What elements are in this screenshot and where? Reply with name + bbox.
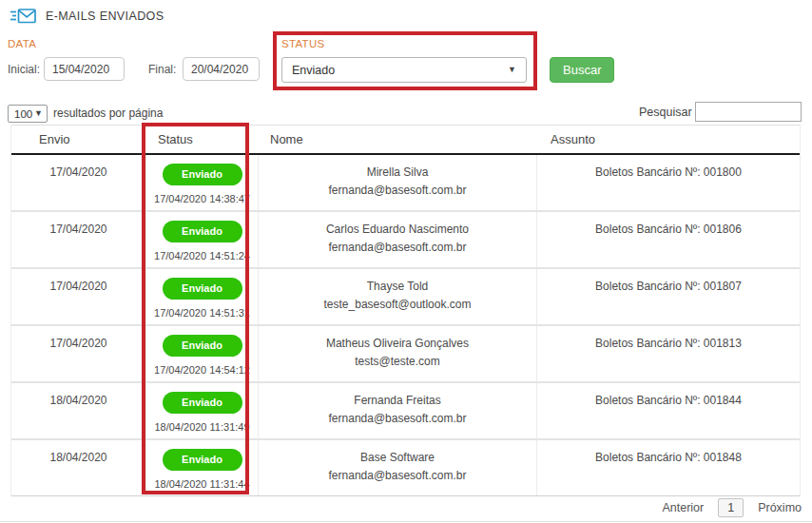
page-header: E-MAILS ENVIADOS [10, 8, 164, 25]
status-timestamp: 18/04/2020 11:31:49 [146, 421, 258, 433]
status-timestamp: 17/04/2020 14:51:24 [146, 250, 258, 262]
chevron-down-icon: ▼ [508, 66, 516, 74]
nome-text: Fernanda Freitas [259, 392, 536, 410]
assunto-cell: Boletos Bancário Nº: 001800 [537, 155, 800, 210]
nome-cell: Fernanda Freitas fernanda@basesoft.com.b… [259, 383, 537, 438]
status-badge: Enviado [163, 335, 242, 357]
chevron-down-icon: ▼ [34, 109, 43, 118]
envio-cell: 18/04/2020 [11, 440, 146, 495]
status-cell: Enviado 18/04/2020 11:31:49 [146, 383, 259, 438]
status-section-label: STATUS [281, 38, 324, 49]
final-label: Final: [148, 63, 176, 76]
column-header-envio: Envio [11, 132, 146, 146]
envio-cell: 17/04/2020 [11, 269, 146, 324]
page-bottom-divider [0, 521, 812, 522]
data-section-label: DATA [8, 38, 36, 49]
email-text: fernanda@basesoft.com.br [259, 239, 536, 257]
status-badge: Enviado [163, 392, 242, 414]
sent-mail-icon [10, 8, 37, 25]
email-text: fernanda@basesoft.com.br [259, 467, 536, 485]
emails-enviados-page: E-MAILS ENVIADOS DATA Inicial: Final: ST… [0, 0, 812, 523]
final-date-input[interactable] [183, 57, 260, 81]
table-row[interactable]: 17/04/2020 Enviado 17/04/2020 14:38:47 M… [11, 155, 800, 212]
nome-text: Base Software [259, 449, 536, 467]
status-cell: Enviado 17/04/2020 14:51:24 [146, 212, 259, 267]
assunto-cell: Boletos Bancário Nº: 001844 [537, 383, 800, 438]
status-badge: Enviado [163, 278, 242, 300]
table-row[interactable]: 17/04/2020 Enviado 17/04/2020 14:51:24 C… [11, 212, 800, 269]
results-per-page-value: 100 [14, 108, 32, 120]
nome-text: Mirella Silva [259, 164, 536, 182]
envio-cell: 17/04/2020 [11, 212, 146, 267]
inicial-label: Inicial: [8, 63, 40, 76]
status-badge: Enviado [163, 164, 242, 185]
email-text: teste_basesoft@outlook.com [259, 296, 536, 314]
envio-cell: 17/04/2020 [11, 155, 146, 210]
assunto-cell: Boletos Bancário Nº: 001813 [537, 326, 800, 381]
inicial-date-input[interactable] [44, 57, 125, 81]
results-per-page-select[interactable]: 100 ▼ [8, 105, 48, 123]
buscar-button[interactable]: Buscar [550, 57, 614, 83]
status-badge: Enviado [163, 221, 242, 242]
table-row[interactable]: 17/04/2020 Enviado 17/04/2020 14:51:31 T… [11, 269, 800, 326]
email-text: fernanda@basesoft.com.br [259, 410, 536, 428]
page-number-button[interactable]: 1 [718, 498, 744, 517]
status-timestamp: 17/04/2020 14:38:47 [146, 193, 258, 204]
emails-table: Envio Status Nome Assunto 17/04/2020 Env… [10, 125, 801, 496]
status-timestamp: 17/04/2020 14:51:31 [146, 307, 258, 319]
status-timestamp: 17/04/2020 14:54:12 [146, 364, 258, 376]
table-row[interactable]: 18/04/2020 Enviado 18/04/2020 11:31:44 B… [11, 440, 800, 496]
status-timestamp: 18/04/2020 11:31:44 [146, 478, 258, 490]
nome-text: Thayse Told [259, 278, 536, 296]
status-cell: Enviado 17/04/2020 14:51:31 [146, 269, 259, 324]
pagination: Anterior 1 Próximo [662, 498, 802, 517]
results-per-page-label: resultados por página [53, 107, 163, 120]
page-title: E-MAILS ENVIADOS [46, 10, 164, 23]
column-header-status: Status [146, 132, 259, 146]
nome-text: Carlos Eduardo Nascimento [259, 221, 536, 239]
anterior-button[interactable]: Anterior [662, 501, 704, 514]
assunto-cell: Boletos Bancário Nº: 001806 [537, 212, 800, 267]
nome-cell: Mirella Silva fernanda@basesoft.com.br [259, 155, 537, 210]
email-text: fernanda@basesoft.com.br [259, 182, 536, 200]
search-input[interactable] [695, 102, 802, 122]
table-row[interactable]: 17/04/2020 Enviado 17/04/2020 14:54:12 M… [11, 326, 800, 383]
proximo-button[interactable]: Próximo [758, 501, 802, 514]
nome-cell: Matheus Oliveira Gonçalves tests@teste.c… [259, 326, 537, 381]
status-cell: Enviado 17/04/2020 14:54:12 [146, 326, 259, 381]
envio-cell: 17/04/2020 [11, 326, 146, 381]
nome-text: Matheus Oliveira Gonçalves [259, 335, 536, 353]
search-label: Pesquisar [639, 106, 692, 119]
table-body: 17/04/2020 Enviado 17/04/2020 14:38:47 M… [11, 155, 800, 496]
column-header-nome: Nome [259, 132, 537, 146]
assunto-cell: Boletos Bancário Nº: 001807 [537, 269, 800, 324]
email-text: tests@teste.com [259, 353, 536, 371]
status-select-value: Enviado [292, 64, 335, 77]
table-header-row: Envio Status Nome Assunto [11, 126, 800, 155]
status-badge: Enviado [163, 449, 242, 471]
column-header-assunto: Assunto [537, 132, 800, 146]
status-select[interactable]: Enviado ▼ [281, 57, 527, 83]
assunto-cell: Boletos Bancário Nº: 001848 [537, 440, 800, 495]
status-cell: Enviado 17/04/2020 14:38:47 [146, 155, 259, 210]
table-row[interactable]: 18/04/2020 Enviado 18/04/2020 11:31:49 F… [11, 383, 800, 440]
status-cell: Enviado 18/04/2020 11:31:44 [146, 440, 259, 495]
nome-cell: Base Software fernanda@basesoft.com.br [259, 440, 537, 495]
nome-cell: Carlos Eduardo Nascimento fernanda@bases… [259, 212, 537, 267]
nome-cell: Thayse Told teste_basesoft@outlook.com [259, 269, 537, 324]
envio-cell: 18/04/2020 [11, 383, 146, 438]
